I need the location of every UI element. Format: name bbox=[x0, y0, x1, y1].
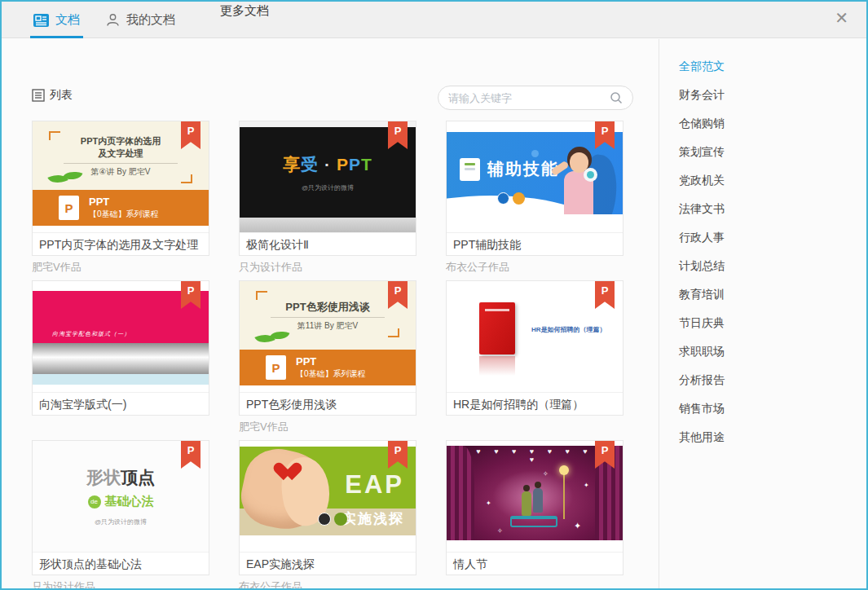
sparkle-icon: ✦ bbox=[486, 500, 491, 507]
thumb-title-line1: PPT色彩使用浅谈 bbox=[264, 300, 391, 315]
red-book-illustration bbox=[479, 302, 515, 354]
thumb-headline: EAP bbox=[345, 470, 404, 500]
close-icon[interactable]: ✕ bbox=[835, 10, 848, 26]
cyan-band bbox=[33, 374, 209, 385]
card-title: PPT内页字体的选用及文字处理 bbox=[33, 232, 209, 255]
list-view-button[interactable]: 列表 bbox=[32, 88, 73, 103]
template-card-ppt-colors[interactable]: P PPT色彩使用浅谈 第11讲 By 肥宅V P PPT bbox=[239, 280, 416, 416]
sidebar-item-warehouse[interactable]: 仓储购销 bbox=[679, 109, 865, 138]
bracket-decoration bbox=[49, 131, 60, 140]
template-card-eap[interactable]: P EAP 实施浅探 EAP实施浅探 bbox=[239, 440, 416, 575]
template-card-taobao-layout[interactable]: P 向淘宝学配色和版式（一） 向淘宝学版式(一) bbox=[32, 280, 209, 416]
thumbnail: P EAP 实施浅探 bbox=[240, 441, 416, 552]
sidebar-item-planning[interactable]: 策划宣传 bbox=[679, 138, 865, 166]
card-author: 布衣公子作品 bbox=[239, 579, 416, 590]
thumb-headline: 形状顶点 bbox=[86, 466, 155, 489]
heart-icon bbox=[277, 456, 298, 475]
thumb-headline: 辅助技能 bbox=[487, 158, 559, 180]
template-card-hr-recruiting[interactable]: P HR是如何招聘的（理篇） HR是如何招聘的（理篇） bbox=[446, 280, 623, 416]
sidebar-item-all[interactable]: 全部范文 bbox=[679, 52, 865, 81]
card-title: PPT色彩使用浅谈 bbox=[240, 392, 416, 415]
thumbnail: P 辅助技能 bbox=[447, 121, 623, 232]
bookmark-ribbon-icon: P bbox=[595, 281, 615, 309]
template-cell: P 辅助技能 PPT辅助技能 bbox=[446, 121, 623, 280]
sidebar-item-legal[interactable]: 法律文书 bbox=[679, 195, 865, 223]
bracket-decoration bbox=[388, 328, 399, 337]
banner-title: PPT bbox=[89, 196, 159, 208]
leaf-icon bbox=[49, 169, 85, 187]
leaf-icon bbox=[256, 328, 292, 346]
list-view-label: 列表 bbox=[50, 88, 73, 103]
lamp-icon bbox=[559, 465, 569, 475]
thumbnail: P PPT内页字体的选用 及文字处理 第④讲 By 肥宅V P bbox=[33, 121, 209, 232]
sidebar-item-festival[interactable]: 节日庆典 bbox=[679, 309, 865, 337]
book-reflection bbox=[479, 356, 515, 376]
thumbnail: P 向淘宝学配色和版式（一） bbox=[33, 281, 209, 392]
documents-dialog: 文档 我的文档 更多文档 ✕ 全部范文 财务会计 仓储购销 策划宣传 党政机关 … bbox=[0, 0, 868, 590]
sidebar-item-plan-summary[interactable]: 计划总结 bbox=[679, 252, 865, 280]
sidebar-item-government[interactable]: 党政机关 bbox=[679, 166, 865, 195]
template-cell: P PPT内页字体的选用 及文字处理 第④讲 By 肥宅V P bbox=[32, 121, 209, 280]
template-cell: P 享受 · PPT @只为设计的微博 极简化设计Ⅱ 只为设计作品 bbox=[239, 121, 416, 280]
bracket-decoration bbox=[181, 174, 192, 183]
template-card-valentine[interactable]: P ♥ ♥ ♥ ♥ ♥ ♥ ♥ ♥ ✦ ✦ bbox=[446, 440, 623, 575]
template-cell: P PPT色彩使用浅谈 第11讲 By 肥宅V P PPT bbox=[239, 280, 416, 440]
sparkle-icon: ✧ bbox=[497, 527, 503, 535]
template-cell: P 向淘宝学配色和版式（一） 向淘宝学版式(一) bbox=[32, 280, 209, 440]
decorative-strip bbox=[33, 226, 209, 232]
divider bbox=[64, 163, 178, 164]
sidebar-item-finance[interactable]: 财务会计 bbox=[679, 81, 865, 109]
hearts-garland-icon: ♥ ♥ ♥ ♥ ♥ ♥ ♥ ♥ bbox=[471, 447, 598, 464]
sidebar-item-job[interactable]: 求职职场 bbox=[679, 337, 865, 366]
sidebar-item-hr-admin[interactable]: 行政人事 bbox=[679, 223, 865, 252]
thumb-subtitle: 基础心法 bbox=[105, 494, 154, 509]
sidebar-item-education[interactable]: 教育培训 bbox=[679, 280, 865, 309]
thumbnail: P ♥ ♥ ♥ ♥ ♥ ♥ ♥ ♥ ✦ ✦ bbox=[447, 441, 623, 552]
template-card-minimal-design[interactable]: P 享受 · PPT @只为设计的微博 极简化设计Ⅱ bbox=[239, 121, 416, 256]
template-card-ppt-fonts[interactable]: P PPT内页字体的选用 及文字处理 第④讲 By 肥宅V P bbox=[32, 121, 209, 256]
thumbnail: P 形状顶点 de 基础心法 @只为设计的微博 bbox=[33, 441, 209, 552]
search-input[interactable] bbox=[448, 92, 610, 104]
decorative-strip bbox=[240, 385, 416, 392]
main-content: 列表 P PPT内页字体的选用 及文字处理 bbox=[2, 39, 659, 588]
thumb-headline: 享受 · PPT bbox=[283, 153, 372, 176]
template-card-ppt-skills[interactable]: P 辅助技能 PPT辅助技能 bbox=[446, 121, 623, 256]
sidebar-item-analysis[interactable]: 分析报告 bbox=[679, 366, 865, 394]
search-icon[interactable] bbox=[610, 91, 623, 104]
lamp-post bbox=[563, 473, 565, 519]
bench-illustration bbox=[510, 516, 557, 527]
couple-illustration bbox=[522, 491, 531, 516]
tab-my-documents[interactable]: 我的文档 bbox=[106, 2, 175, 38]
banner-subtitle: 【0基础】系列课程 bbox=[296, 368, 366, 380]
author-badges bbox=[318, 513, 347, 526]
curtain-decoration bbox=[447, 446, 474, 540]
search-box[interactable] bbox=[438, 86, 633, 110]
more-documents-link[interactable]: 更多文档 bbox=[220, 3, 269, 19]
category-sidebar: 全部范文 财务会计 仓储购销 策划宣传 党政机关 法律文书 行政人事 计划总结 … bbox=[659, 39, 865, 588]
thumb-banner: P PPT 【0基础】系列课程 bbox=[240, 350, 416, 385]
sidebar-item-other[interactable]: 其他用途 bbox=[679, 423, 865, 451]
thumbnail: P HR是如何招聘的（理篇） bbox=[447, 281, 623, 392]
thumb-subtitle-row: de 基础心法 bbox=[88, 494, 154, 509]
author-badges bbox=[497, 192, 525, 205]
decorative-strip bbox=[240, 218, 416, 232]
list-icon bbox=[32, 89, 45, 102]
thumb-subtitle: 实施浅探 bbox=[342, 509, 404, 528]
person-illustration bbox=[549, 147, 613, 214]
thumb-subtext: @只为设计的微博 bbox=[302, 183, 354, 192]
tab-documents[interactable]: 文档 bbox=[30, 2, 83, 38]
sidebar-item-sales[interactable]: 销售市场 bbox=[679, 394, 865, 423]
card-author: 肥宅V作品 bbox=[32, 260, 209, 275]
card-author: 布衣公子作品 bbox=[446, 260, 623, 275]
thumbnail: P PPT色彩使用浅谈 第11讲 By 肥宅V P PPT bbox=[240, 281, 416, 392]
template-card-shape-vertex[interactable]: P 形状顶点 de 基础心法 @只为设计的微博 形状顶点的基础心法 bbox=[32, 440, 209, 575]
sparkle-icon: ✦ bbox=[574, 521, 581, 531]
banner-subtitle: 【0基础】系列课程 bbox=[89, 209, 159, 220]
card-author: 肥宅V作品 bbox=[239, 420, 416, 434]
card-title: 情人节 bbox=[447, 552, 623, 575]
card-title: 形状顶点的基础心法 bbox=[33, 552, 209, 575]
card-title: PPT辅助技能 bbox=[447, 232, 623, 255]
thumb-caption: HR是如何招聘的（理篇） bbox=[531, 325, 606, 334]
active-tab-underline bbox=[30, 36, 83, 38]
tab-documents-label: 文档 bbox=[55, 12, 80, 28]
